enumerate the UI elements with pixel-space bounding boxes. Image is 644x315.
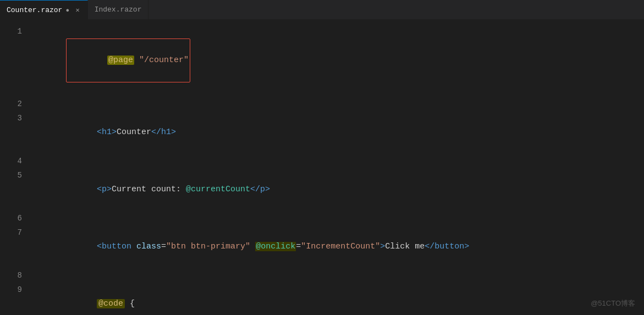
code-content-3: <h1>Counter</h1> xyxy=(32,111,644,154)
watermark: @51CTO博客 xyxy=(591,299,635,308)
code-line-7: 7 <button class="btn btn-primary" @oncli… xyxy=(0,225,644,268)
page-path: "/counter" xyxy=(134,56,189,65)
code-line-6: 6 xyxy=(0,211,644,225)
line-num-3: 3 xyxy=(0,111,32,125)
tab-index-label: Index.razor xyxy=(95,5,142,14)
line-num-5: 5 xyxy=(0,168,32,183)
space2 xyxy=(250,242,255,251)
code-content-2 xyxy=(32,97,644,111)
tab-bar: Counter.razor ● ✕ Index.razor xyxy=(0,0,644,20)
line-num-1: 1 xyxy=(0,24,32,38)
at-code: @code xyxy=(97,299,125,308)
code-editor: 1 @page "/counter" 2 3 <h1>Counter</h1> … xyxy=(0,20,644,315)
code-line-5: 5 <p>Current count: @currentCount</p> xyxy=(0,168,644,211)
class-attr: class xyxy=(136,242,161,251)
code-content-8 xyxy=(32,268,644,283)
eq1: = xyxy=(161,242,166,251)
tab-counter-label: Counter.razor xyxy=(7,6,62,14)
code-content-4 xyxy=(32,154,644,168)
code-line-1: 1 @page "/counter" xyxy=(0,24,644,97)
code-content-6 xyxy=(32,211,644,225)
eq2: = xyxy=(296,242,301,251)
line-num-8: 8 xyxy=(0,268,32,283)
tab-counter[interactable]: Counter.razor ● ✕ xyxy=(0,0,88,19)
button-close: </button> xyxy=(425,242,469,251)
code-brace: { xyxy=(125,299,135,308)
h1-text: Counter xyxy=(117,128,151,137)
tab-index[interactable]: Index.razor xyxy=(88,0,149,19)
click-me-text: Click me xyxy=(385,242,425,251)
button-tag-open: <button xyxy=(97,242,131,251)
code-content-5: <p>Current count: @currentCount</p> xyxy=(32,168,644,211)
p-close: </p> xyxy=(250,185,270,194)
code-content-9: @code { xyxy=(32,283,644,315)
at-page: @page xyxy=(107,56,134,65)
page-directive: @page "/counter" xyxy=(66,38,190,82)
code-line-4: 4 xyxy=(0,154,644,168)
h1-close: </h1> xyxy=(151,128,176,137)
tab-counter-close[interactable]: ✕ xyxy=(74,5,80,15)
onclick-val: "IncrementCount" xyxy=(301,242,380,251)
p-open: <p> xyxy=(97,185,112,194)
line-num-6: 6 xyxy=(0,211,32,225)
p-text: Current count: xyxy=(112,185,186,194)
button-gt: > xyxy=(380,242,385,251)
onclick-attr: @onclick xyxy=(255,242,296,251)
code-line-2: 2 xyxy=(0,97,644,111)
class-val: "btn btn-primary" xyxy=(166,242,250,251)
h1-open: <h1> xyxy=(97,128,117,137)
line-num-2: 2 xyxy=(0,97,32,111)
code-content-7: <button class="btn btn-primary" @onclick… xyxy=(32,225,644,268)
code-line-3: 3 <h1>Counter</h1> xyxy=(0,111,644,154)
code-line-9: 9 @code { xyxy=(0,283,644,315)
code-line-8: 8 xyxy=(0,268,644,283)
code-content-1: @page "/counter" xyxy=(32,24,644,97)
line-num-7: 7 xyxy=(0,225,32,240)
button-space1 xyxy=(131,242,136,251)
line-num-4: 4 xyxy=(0,154,32,168)
tab-counter-dot: ● xyxy=(65,7,71,13)
line-num-9: 9 xyxy=(0,283,32,297)
current-count-ref: @currentCount xyxy=(186,185,250,194)
